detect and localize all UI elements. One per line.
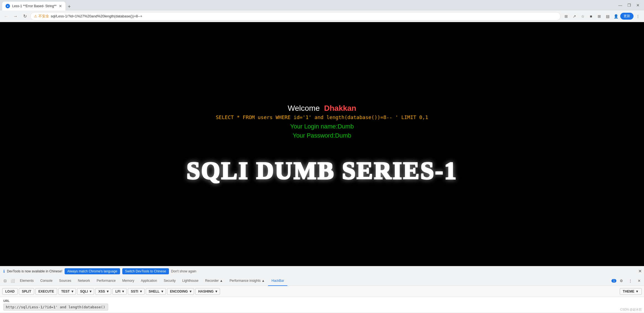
tab-close-button[interactable]: ✕	[59, 4, 62, 8]
profile-icon[interactable]: 👤	[612, 12, 620, 20]
welcome-name: Dhakkan	[324, 104, 356, 112]
update-button[interactable]: 更新	[620, 13, 634, 20]
execute-button[interactable]: EXECUTE	[35, 288, 57, 295]
login-name: Your Login name:Dumb	[216, 122, 428, 131]
close-window-button[interactable]: ✕	[634, 2, 642, 8]
ssti-dropdown[interactable]: SSTI ▼	[128, 288, 145, 295]
match-language-button[interactable]: Always match Chrome's language	[65, 268, 120, 274]
shell-dropdown[interactable]: SHELL ▼	[146, 288, 166, 295]
info-icon: ℹ	[3, 269, 5, 273]
sqli-dropdown[interactable]: SQLI ▼	[77, 288, 94, 295]
url-input[interactable]	[3, 304, 108, 311]
url-bar[interactable]: ⚠ 不安全 sql/Less-1/?id=1%27%20and%20length…	[30, 12, 561, 20]
window-controls: — ❐ ✕	[616, 2, 642, 8]
security-indicator: ⚠ 不安全	[34, 14, 49, 19]
tab-lighthouse[interactable]: Lighthouse	[179, 276, 202, 286]
password-line: Your Password:Dumb	[216, 131, 428, 140]
tab-memory[interactable]: Memory	[119, 276, 137, 286]
load-button[interactable]: LOAD	[2, 288, 18, 295]
welcome-section: Welcome Dhakkan SELECT * FROM users WHER…	[216, 104, 428, 140]
login-info: Your Login name:Dumb Your Password:Dumb	[216, 122, 428, 140]
switch-language-button[interactable]: Switch DevTools to Chinese	[122, 268, 169, 274]
bookmark-icon[interactable]: ☆	[579, 12, 587, 20]
sqli-chevron-icon: ▼	[89, 290, 92, 293]
dont-show-again-link[interactable]: Don't show again	[171, 269, 197, 273]
toolbar-icons: ⊞ ↗ ☆ ■ ⊞ ▤ 👤 更新 ⋮	[562, 12, 642, 20]
tab-hackbar[interactable]: HackBar	[268, 276, 287, 286]
extension-icon-1[interactable]: ■	[587, 12, 595, 20]
xss-dropdown[interactable]: XSS ▼	[95, 288, 111, 295]
minimize-button[interactable]: —	[616, 2, 624, 8]
tab-recorder[interactable]: Recorder ▲	[202, 276, 226, 286]
devtools-notification: ℹ DevTools is now available in Chinese! …	[0, 266, 644, 276]
puzzle-icon[interactable]: ⊞	[595, 12, 603, 20]
forward-button[interactable]: →	[12, 12, 19, 20]
translate-icon[interactable]: ⊞	[562, 12, 570, 20]
notification-text: DevTools is now available in Chinese!	[7, 269, 62, 273]
tab-area: ● Less-1 **Error Based- String** ✕ +	[2, 0, 615, 10]
reload-button[interactable]: ↻	[21, 12, 29, 20]
test-chevron-icon: ▼	[71, 290, 74, 293]
url-text: sql/Less-1/?id=1%27%20and%20length(datab…	[51, 14, 557, 18]
devtools-right-controls: 1 ⚙ ⋮ ✕	[611, 277, 643, 285]
devtools-settings-icon[interactable]: ⚙	[618, 277, 625, 285]
lfi-chevron-icon: ▼	[121, 290, 125, 293]
title-bar: ● Less-1 **Error Based- String** ✕ + — ❐…	[0, 0, 644, 10]
devtools-more-icon[interactable]: ⋮	[626, 277, 634, 285]
watermark: CSDN @赵水哲	[620, 307, 642, 312]
console-badge: 1	[611, 279, 616, 283]
hackbar: LOAD SPLIT EXECUTE TEST ▼ SQLI ▼ XSS ▼ L…	[0, 286, 644, 297]
encoding-dropdown[interactable]: ENCODING ▼	[167, 288, 194, 295]
browser-window: ● Less-1 **Error Based- String** ✕ + — ❐…	[0, 0, 644, 313]
series-title: SQLI DUMB SERIES-1	[187, 157, 458, 185]
shell-chevron-icon: ▼	[161, 290, 164, 293]
share-icon[interactable]: ↗	[571, 12, 578, 20]
tab-security[interactable]: Security	[160, 276, 179, 286]
hashing-dropdown[interactable]: HASHING ▼	[195, 288, 220, 295]
hackbar-url-section: URL CSDN @赵水哲	[0, 297, 644, 313]
encoding-chevron-icon: ▼	[189, 290, 192, 293]
new-tab-button[interactable]: +	[65, 3, 73, 10]
address-bar: ← → ↻ ⚠ 不安全 sql/Less-1/?id=1%27%20and%20…	[0, 10, 644, 22]
ssti-chevron-icon: ▼	[139, 290, 143, 293]
tab-elements[interactable]: Elements	[17, 276, 37, 286]
url-label: URL	[3, 299, 641, 303]
tab-console[interactable]: Console	[37, 276, 56, 286]
tab-title: Less-1 **Error Based- String**	[12, 4, 57, 8]
tab-network[interactable]: Network	[75, 276, 93, 286]
menu-icon[interactable]: ⋮	[634, 12, 642, 20]
split-button[interactable]: SPLIT	[19, 288, 34, 295]
lfi-dropdown[interactable]: LFI ▼	[112, 288, 127, 295]
theme-chevron-icon: ▼	[635, 290, 639, 293]
tab-performance-insights[interactable]: Performance insights ▲	[226, 276, 268, 286]
theme-dropdown[interactable]: THEME ▼	[620, 288, 642, 295]
devtools-tabs: ⊡ ⬜ Elements Console Sources Network Per…	[0, 276, 644, 286]
active-tab[interactable]: ● Less-1 **Error Based- String** ✕	[2, 2, 65, 10]
notification-close-button[interactable]: ✕	[638, 269, 642, 274]
tab-favicon: ●	[6, 4, 10, 8]
test-dropdown[interactable]: TEST ▼	[58, 288, 76, 295]
xss-chevron-icon: ▼	[106, 290, 109, 293]
devtools-device-icon[interactable]: ⬜	[9, 277, 17, 285]
devtools-close-icon[interactable]: ✕	[635, 277, 643, 285]
tab-sources[interactable]: Sources	[56, 276, 75, 286]
sidebar-icon[interactable]: ▤	[604, 12, 611, 20]
tab-application[interactable]: Application	[137, 276, 160, 286]
sql-query: SELECT * FROM users WHERE id='1' and len…	[216, 114, 428, 120]
hashing-chevron-icon: ▼	[215, 290, 218, 293]
devtools-inspect-icon[interactable]: ⊡	[1, 277, 9, 285]
tab-performance[interactable]: Performance	[93, 276, 119, 286]
welcome-line: Welcome Dhakkan	[216, 104, 428, 113]
back-button[interactable]: ←	[2, 12, 10, 20]
maximize-button[interactable]: ❐	[625, 2, 633, 8]
page-content: Welcome Dhakkan SELECT * FROM users WHER…	[0, 22, 644, 266]
